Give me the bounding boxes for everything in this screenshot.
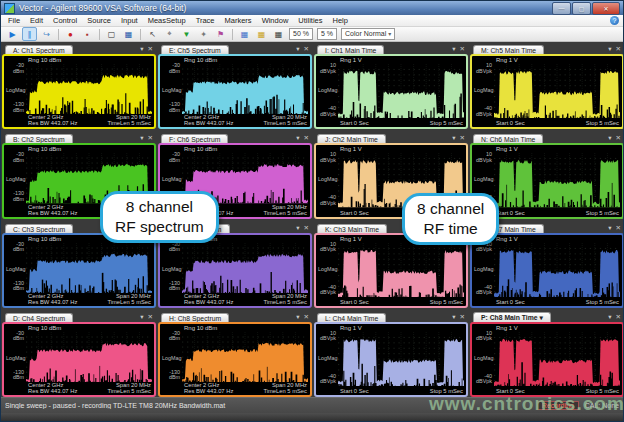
zoom-icon[interactable]: ⌖: [162, 27, 177, 41]
panel-close-icon[interactable]: ✕: [460, 45, 465, 53]
trace-plot: [26, 64, 152, 114]
menu-meassetup[interactable]: MeasSetup: [143, 16, 191, 25]
panel-menu-icon[interactable]: ▾: [140, 313, 143, 321]
menu-help[interactable]: Help: [327, 16, 352, 25]
panel-tab-C[interactable]: C: Ch3 Spectrum: [5, 224, 73, 233]
panel-menu-icon[interactable]: ▾: [296, 224, 299, 232]
panel-plot-P[interactable]: Rng 1 V 10dBVpk LogMag -40dBVpk Start 0 …: [470, 322, 624, 397]
panel-menu-icon[interactable]: ▾: [296, 134, 299, 142]
color-mode-select[interactable]: Color Normal ▾: [341, 28, 395, 40]
marker-peak-icon[interactable]: ▼: [179, 27, 194, 41]
panel-tab-L[interactable]: L: Ch4 Main Time: [317, 313, 386, 322]
menu-utilities[interactable]: Utilities: [293, 16, 327, 25]
panel-tab-P[interactable]: P: Ch8 Main Time ▾: [473, 312, 551, 322]
panel-close-icon[interactable]: ✕: [148, 45, 153, 53]
panel-menu-icon[interactable]: ▾: [452, 134, 455, 142]
range-label: Rng 10 dBm: [28, 325, 61, 331]
panel-tab-F[interactable]: F: Ch6 Spectrum: [161, 134, 228, 143]
menu-markers[interactable]: Markers: [220, 16, 257, 25]
pointer-icon[interactable]: ↖: [145, 27, 160, 41]
pause-icon[interactable]: ∥: [22, 27, 37, 41]
zoom-y-field[interactable]: 5 %: [317, 28, 337, 40]
panel-tab-M[interactable]: M: Ch5 Main Time: [473, 45, 544, 54]
y-axis-format-label: LogMag: [6, 267, 24, 273]
panel-menu-icon[interactable]: ▾: [140, 134, 143, 142]
panel-menu-icon[interactable]: ▾: [296, 45, 299, 53]
y-axis-format-label: LogMag: [474, 177, 492, 183]
panel-E: E: Ch5 Spectrum ▾ ✕ Rng 10 dBm -30dBm Lo…: [157, 42, 313, 131]
panel-plot-C[interactable]: Rng 10 dBm -30dBm LogMag -130dBm Center …: [2, 233, 156, 308]
panel-tab-I[interactable]: I: Ch1 Main Time: [317, 45, 384, 54]
panel-D: D: Ch4 Spectrum ▾ ✕ Rng 10 dBm -30dBm Lo…: [1, 310, 157, 399]
x-axis-right-annotation: Span 20 MHzTimeLen 5 mSec: [263, 382, 307, 394]
panel-close-icon[interactable]: ✕: [304, 224, 309, 232]
panel-close-icon[interactable]: ✕: [304, 134, 309, 142]
marker-flag-icon[interactable]: ⚑: [213, 27, 228, 41]
panel-plot-G[interactable]: Rng 10 dBm -30dBm LogMag -130dBm Center …: [158, 233, 312, 308]
title-bar[interactable]: Vector - Agilent 89600 VSA Software (64-…: [1, 1, 623, 15]
panel-plot-H[interactable]: Rng 10 dBm -30dBm LogMag -130dBm Center …: [158, 322, 312, 397]
record-stop-icon[interactable]: ▪: [80, 27, 95, 41]
help-icon[interactable]: ?: [610, 16, 619, 25]
panel-menu-icon[interactable]: ▾: [608, 45, 611, 53]
panel-plot-E[interactable]: Rng 10 dBm -30dBm LogMag -130dBm Center …: [158, 54, 312, 129]
display-blue-icon[interactable]: ▦: [237, 27, 252, 41]
menu-window[interactable]: Window: [257, 16, 294, 25]
panel-close-icon[interactable]: ✕: [460, 313, 465, 321]
menu-control[interactable]: Control: [48, 16, 82, 25]
minimize-button[interactable]: —: [552, 2, 571, 15]
panel-menu-icon[interactable]: ▾: [140, 45, 143, 53]
menu-trace[interactable]: Trace: [191, 16, 220, 25]
panel-close-icon[interactable]: ✕: [616, 45, 621, 53]
panel-tab-J[interactable]: J: Ch2 Main Time: [317, 134, 386, 143]
panel-close-icon[interactable]: ✕: [148, 313, 153, 321]
panel-menu-icon[interactable]: ▾: [608, 313, 611, 321]
play-icon[interactable]: ▶: [5, 27, 20, 41]
panel-plot-L[interactable]: Rng 1 V 10dBVpk LogMag -40dBVpk Start 0 …: [314, 322, 468, 397]
maximize-button[interactable]: ▢: [572, 2, 591, 15]
panel-close-icon[interactable]: ✕: [304, 313, 309, 321]
panel-A: A: Ch1 Spectrum ▾ ✕ Rng 10 dBm -30dBm Lo…: [1, 42, 157, 131]
y-axis-format-label: LogMag: [6, 356, 24, 362]
x-axis-left-annotation: Start 0 Sec: [496, 210, 525, 216]
panel-menu-icon[interactable]: ▾: [608, 134, 611, 142]
layout-single-icon[interactable]: ▢: [104, 27, 119, 41]
display-yellow-icon[interactable]: ▦: [254, 27, 269, 41]
panel-close-icon[interactable]: ✕: [148, 134, 153, 142]
panel-menu-icon[interactable]: ▾: [452, 313, 455, 321]
panel-menu-icon[interactable]: ▾: [452, 45, 455, 53]
panel-tab-E[interactable]: E: Ch5 Spectrum: [161, 45, 229, 54]
layout-grid-icon[interactable]: ▦: [121, 27, 136, 41]
panel-close-icon[interactable]: ✕: [304, 45, 309, 53]
panel-close-icon[interactable]: ✕: [616, 134, 621, 142]
menu-file[interactable]: File: [3, 16, 25, 25]
marker-delta-icon[interactable]: ✦: [196, 27, 211, 41]
zoom-x-field[interactable]: 50 %: [289, 28, 313, 40]
panel-plot-I[interactable]: Rng 1 V 10dBVpk LogMag -40dBVpk Start 0 …: [314, 54, 468, 129]
panel-menu-icon[interactable]: ▾: [296, 313, 299, 321]
panel-close-icon[interactable]: ✕: [616, 313, 621, 321]
panel-tab-K[interactable]: K: Ch3 Main Time: [317, 224, 387, 233]
x-axis-right-annotation: Span 20 MHzTimeLen 5 mSec: [107, 114, 151, 126]
close-button[interactable]: ✕: [592, 2, 620, 15]
panel-close-icon[interactable]: ✕: [616, 224, 621, 232]
range-label: Rng 1 V: [340, 236, 362, 242]
panel-close-icon[interactable]: ✕: [460, 134, 465, 142]
panel-plot-M[interactable]: Rng 1 V 10dBVpk LogMag -40dBVpk Start 0 …: [470, 54, 624, 129]
panel-plot-D[interactable]: Rng 10 dBm -30dBm LogMag -130dBm Center …: [2, 322, 156, 397]
skip-icon[interactable]: ↪: [39, 27, 54, 41]
panel-tab-H[interactable]: H: Ch8 Spectrum: [161, 313, 229, 322]
record-icon[interactable]: ●: [63, 27, 78, 41]
x-axis-left-annotation: Center 2 GHzRes BW 443.07 Hz: [28, 114, 77, 126]
panel-tab-N[interactable]: N: Ch6 Main Time: [473, 134, 543, 143]
panel-tab-D[interactable]: D: Ch4 Spectrum: [5, 313, 73, 322]
menu-input[interactable]: Input: [116, 16, 143, 25]
display-dark-icon[interactable]: ▦: [271, 27, 286, 41]
menu-source[interactable]: Source: [82, 16, 116, 25]
panel-tab-A[interactable]: A: Ch1 Spectrum: [5, 45, 73, 54]
panel-tab-B[interactable]: B: Ch2 Spectrum: [5, 134, 73, 143]
menu-edit[interactable]: Edit: [25, 16, 48, 25]
panel-plot-A[interactable]: Rng 10 dBm -30dBm LogMag -130dBm Center …: [2, 54, 156, 129]
panel-plot-O[interactable]: Rng 1 V 10dBVpk LogMag -40dBVpk Start 0 …: [470, 233, 624, 308]
panel-menu-icon[interactable]: ▾: [608, 224, 611, 232]
